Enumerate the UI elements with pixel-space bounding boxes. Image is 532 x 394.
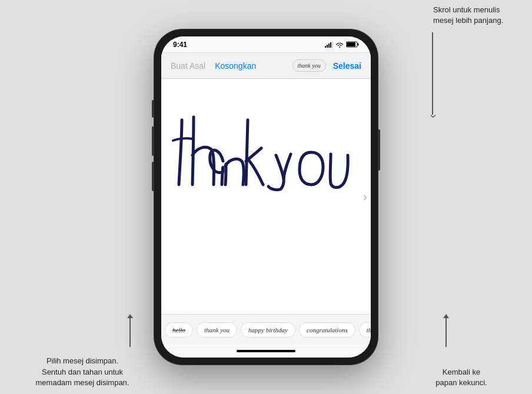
- svg-rect-3: [330, 42, 331, 48]
- battery-icon: [346, 41, 359, 48]
- annotation-bottom-right-text: Kembali ke papan kekunci.: [435, 368, 487, 387]
- arrow-line-keyboard: [445, 318, 447, 347]
- wifi-icon: [335, 42, 344, 48]
- suggestion-thank-you[interactable]: thank you: [197, 322, 237, 338]
- home-bar: [237, 350, 295, 352]
- phone-screen: 9:41: [161, 36, 371, 358]
- annotation-bottom-right: Kembali ke papan kekunci.: [420, 367, 503, 388]
- drawing-area[interactable]: ›: [161, 79, 371, 314]
- status-icons: [325, 41, 359, 48]
- clear-button[interactable]: Kosongkan: [215, 61, 256, 71]
- volume-mute-button[interactable]: [152, 100, 154, 118]
- page-container: Skrol untuk menulis mesej lebih panjang.…: [0, 0, 532, 394]
- annotation-bottom-left-text: Pilih mesej disimpan. Sentuh dan tahan u…: [36, 356, 129, 386]
- annotation-arrow-top-right: [432, 32, 433, 115]
- suggestion-happy-birthday[interactable]: happy birthday: [241, 322, 295, 338]
- annotation-top-right-text: Skrol untuk menulis mesej lebih panjang.: [433, 5, 503, 25]
- arrow-line-suggestions: [129, 318, 131, 347]
- reset-button[interactable]: Buat Asal: [171, 61, 205, 71]
- status-time: 9:41: [173, 41, 187, 49]
- done-button[interactable]: Selesai: [333, 61, 361, 71]
- svg-rect-2: [328, 44, 330, 48]
- annotation-top-right: Skrol untuk menulis mesej lebih panjang.: [433, 5, 527, 26]
- suggestion-hello[interactable]: hello: [165, 322, 193, 338]
- svg-rect-6: [347, 42, 355, 46]
- handwriting-canvas: [167, 91, 355, 220]
- suggestions-bar: hello thank you happy birthday congratul…: [161, 314, 371, 345]
- preview-bubble: thank you: [292, 59, 326, 72]
- svg-rect-0: [325, 46, 326, 48]
- suggestion-thinking-of-you[interactable]: thinking of you: [359, 322, 371, 338]
- suggestion-congratulations[interactable]: congratulations: [299, 322, 355, 338]
- phone-frame: 9:41: [154, 29, 378, 365]
- signal-icon: [325, 42, 333, 48]
- svg-rect-7: [358, 44, 359, 46]
- svg-rect-4: [332, 42, 333, 48]
- svg-rect-1: [327, 45, 328, 48]
- power-button[interactable]: [378, 129, 380, 171]
- toolbar: Buat Asal Kosongkan thank you Selesai: [161, 53, 371, 79]
- annotation-bottom-left: Pilih mesej disimpan. Sentuh dan tahan u…: [29, 356, 135, 388]
- toolbar-right: thank you Selesai: [292, 59, 361, 72]
- next-page-arrow[interactable]: ›: [363, 190, 367, 203]
- volume-down-button[interactable]: [152, 162, 154, 191]
- status-bar: 9:41: [161, 36, 371, 53]
- preview-text: thank you: [298, 62, 321, 69]
- home-indicator: [161, 345, 371, 358]
- toolbar-left: Buat Asal Kosongkan: [171, 61, 256, 71]
- volume-up-button[interactable]: [152, 126, 154, 156]
